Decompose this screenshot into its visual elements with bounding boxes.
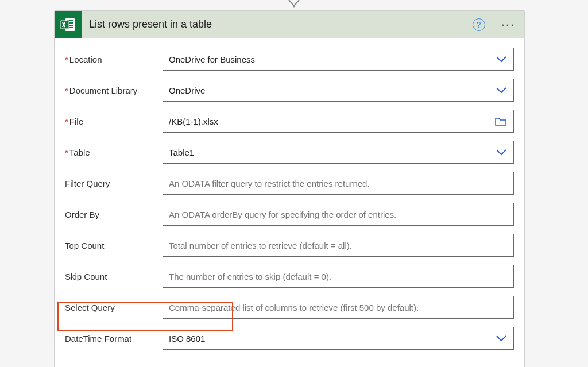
label-select: Select Query: [65, 303, 163, 312]
select-placeholder: Comma-separated list of columns to retri…: [169, 303, 508, 312]
action-card: List rows present in a table ? ··· *Loca…: [54, 10, 525, 367]
card-header[interactable]: List rows present in a table ? ···: [55, 11, 524, 38]
row-select: Select Query Comma-separated list of col…: [65, 296, 514, 319]
label-file: *File: [65, 117, 163, 126]
skipcount-placeholder: The number of entries to skip (default =…: [169, 272, 508, 281]
chevron-down-icon[interactable]: [495, 146, 508, 159]
row-orderby: Order By An ODATA orderBy query for spec…: [65, 203, 514, 226]
row-filter: Filter Query An ODATA filter query to re…: [65, 172, 514, 195]
flow-arrow-down-icon: [288, 0, 300, 9]
topcount-placeholder: Total number of entries to retrieve (def…: [169, 241, 508, 250]
row-table: *Table Table1: [65, 141, 514, 164]
chevron-down-icon[interactable]: [495, 84, 508, 96]
row-file: *File /KB(1-1).xlsx: [65, 110, 514, 133]
datetime-value: ISO 8601: [169, 334, 495, 343]
toggle-advanced-options-link[interactable]: Hide advanced options: [55, 364, 177, 367]
label-filter: Filter Query: [65, 179, 163, 188]
more-options-button[interactable]: ···: [499, 18, 517, 31]
doclib-value: OneDrive: [169, 86, 495, 95]
card-title: List rows present in a table: [89, 18, 473, 30]
help-icon[interactable]: ?: [473, 18, 485, 31]
label-table: *Table: [65, 148, 163, 157]
datetime-select[interactable]: ISO 8601: [163, 327, 514, 350]
file-value: /KB(1-1).xlsx: [169, 117, 494, 126]
doclib-select[interactable]: OneDrive: [163, 79, 514, 102]
excel-icon: [55, 11, 82, 38]
label-location: *Location: [65, 55, 163, 64]
topcount-input[interactable]: Total number of entries to retrieve (def…: [163, 234, 514, 257]
table-value: Table1: [169, 148, 495, 157]
row-location: *Location OneDrive for Business: [65, 48, 514, 71]
card-body: *Location OneDrive for Business *Documen…: [55, 38, 524, 364]
row-skipcount: Skip Count The number of entries to skip…: [65, 265, 514, 288]
row-doclib: *Document Library OneDrive: [65, 79, 514, 102]
label-orderby: Order By: [65, 210, 163, 219]
chevron-down-icon[interactable]: [495, 332, 508, 345]
label-datetime: DateTime Format: [65, 334, 163, 343]
filter-input[interactable]: An ODATA filter query to restrict the en…: [163, 172, 514, 195]
label-skipcount: Skip Count: [65, 272, 163, 281]
select-input[interactable]: Comma-separated list of columns to retri…: [163, 296, 514, 319]
orderby-input[interactable]: An ODATA orderBy query for specifying th…: [163, 203, 514, 226]
folder-browse-icon[interactable]: [494, 114, 508, 128]
svg-rect-5: [61, 21, 69, 29]
row-datetime: DateTime Format ISO 8601: [65, 327, 514, 350]
location-value: OneDrive for Business: [169, 55, 495, 64]
skipcount-input[interactable]: The number of entries to skip (default =…: [163, 265, 514, 288]
filter-placeholder: An ODATA filter query to restrict the en…: [169, 179, 508, 188]
location-select[interactable]: OneDrive for Business: [163, 48, 514, 71]
label-topcount: Top Count: [65, 241, 163, 250]
label-doclib: *Document Library: [65, 86, 163, 95]
row-topcount: Top Count Total number of entries to ret…: [65, 234, 514, 257]
table-select[interactable]: Table1: [163, 141, 514, 164]
file-input[interactable]: /KB(1-1).xlsx: [163, 110, 514, 133]
orderby-placeholder: An ODATA orderBy query for specifying th…: [169, 210, 508, 219]
chevron-down-icon[interactable]: [495, 53, 508, 65]
